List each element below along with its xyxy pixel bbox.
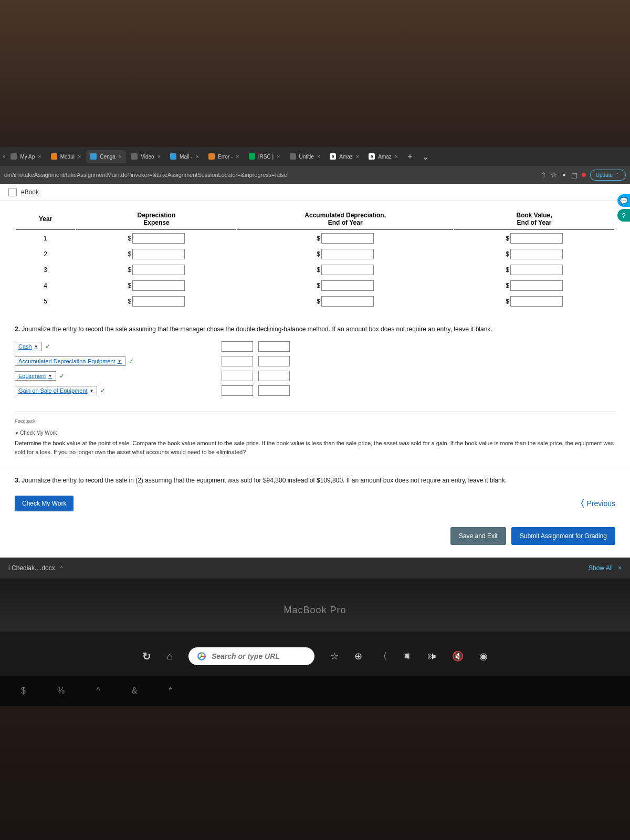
journal-row: Accumulated Depreciation-Equipment▼ ✓: [15, 355, 615, 368]
check-icon: ✓: [129, 358, 134, 365]
dock-area: ↻ ⌂ ☆ ⊕ 〈 ✺ 🕪 🔇 ◉: [0, 632, 630, 676]
new-tab-button[interactable]: +: [403, 152, 416, 161]
search-box[interactable]: [188, 647, 314, 665]
browser-tab[interactable]: aAmaz×: [326, 150, 363, 163]
browser-tab[interactable]: Error -×: [204, 150, 244, 163]
journal-row: Equipment▼ ✓: [15, 370, 615, 382]
volume-icon[interactable]: 🕪: [427, 651, 436, 662]
browser-tab-strip: × My Ap× Modul× Cenga× Video× Mail -× Er…: [0, 147, 630, 166]
year-cell: 5: [16, 294, 75, 309]
extension-icon[interactable]: ✦: [561, 171, 567, 179]
url-text[interactable]: om/ilrn/takeAssignment/takeAssignmentMai…: [4, 172, 537, 178]
browser-tab[interactable]: Untitle×: [286, 150, 325, 163]
close-icon[interactable]: ×: [196, 153, 199, 160]
close-icon[interactable]: ×: [277, 153, 280, 160]
keyboard-row: $ % ^ & *: [0, 676, 630, 706]
chevron-down-icon: ▼: [48, 374, 52, 379]
close-icon[interactable]: ×: [38, 153, 41, 160]
close-icon[interactable]: ×: [618, 564, 622, 572]
accumulated-input[interactable]: [321, 265, 374, 275]
window-icon[interactable]: ▢: [571, 171, 578, 179]
close-icon[interactable]: ×: [356, 153, 359, 160]
year-cell: 4: [16, 278, 75, 293]
depreciation-input[interactable]: [132, 249, 185, 259]
col-depreciation: DepreciationExpense: [76, 208, 236, 230]
browser-tab[interactable]: Cenga×: [86, 150, 126, 163]
browser-tab[interactable]: My Ap×: [6, 150, 45, 163]
home-icon[interactable]: ⌂: [167, 651, 173, 662]
url-bar: om/ilrn/takeAssignment/takeAssignmentMai…: [0, 166, 630, 184]
google-icon: [197, 652, 206, 661]
close-icon[interactable]: ×: [119, 153, 122, 160]
account-select[interactable]: Equipment▼: [15, 371, 56, 381]
search-input[interactable]: [212, 652, 306, 660]
accumulated-input[interactable]: [321, 233, 374, 244]
star-icon[interactable]: ☆: [330, 650, 339, 662]
accumulated-input[interactable]: [321, 249, 374, 259]
star-icon[interactable]: ☆: [551, 171, 557, 179]
book-value-input[interactable]: [510, 233, 563, 244]
close-icon[interactable]: ×: [395, 153, 398, 160]
chevron-down-icon: ▼: [34, 344, 38, 349]
browser-tab[interactable]: Video×: [127, 150, 165, 163]
browser-tab[interactable]: Mail -×: [166, 150, 203, 163]
account-select[interactable]: Cash▼: [15, 342, 42, 351]
chevron-left-icon: 〈: [575, 497, 585, 510]
account-select[interactable]: Accumulated Depreciation-Equipment▼: [15, 356, 125, 366]
debit-input[interactable]: [222, 356, 253, 366]
credit-input[interactable]: [258, 356, 290, 366]
depreciation-input[interactable]: [132, 296, 185, 307]
account-select[interactable]: Gain on Sale of Equipment▼: [15, 386, 97, 395]
help-chat-icon[interactable]: 💬: [617, 194, 630, 207]
mute-icon[interactable]: 🔇: [452, 650, 464, 662]
back-icon[interactable]: 〈: [378, 650, 387, 663]
col-book-value: Book Value,End of Year: [454, 208, 614, 230]
siri-icon[interactable]: ◉: [479, 650, 488, 662]
close-icon[interactable]: ×: [2, 153, 5, 160]
book-value-input[interactable]: [510, 249, 563, 259]
book-value-input[interactable]: [510, 296, 563, 307]
table-row: 2 $ $ $: [16, 247, 614, 261]
debit-input[interactable]: [222, 341, 253, 352]
close-icon[interactable]: ×: [236, 153, 239, 160]
journal-entry-section: Cash▼ ✓ Accumulated Depreciation-Equipme…: [0, 338, 630, 407]
credit-input[interactable]: [258, 341, 290, 352]
tab-list-chevron-icon[interactable]: ⌄: [418, 152, 433, 162]
accumulated-input[interactable]: [321, 280, 374, 291]
record-icon[interactable]: [582, 173, 586, 177]
browser-tab[interactable]: aAmaz×: [364, 150, 402, 163]
browser-tab[interactable]: IRSC |×: [245, 150, 285, 163]
debit-input[interactable]: [222, 371, 253, 381]
depreciation-input[interactable]: [132, 233, 185, 244]
depreciation-input[interactable]: [132, 280, 185, 291]
show-all-downloads[interactable]: Show All ×: [589, 564, 622, 572]
help-question-icon[interactable]: ?: [617, 209, 630, 222]
debit-input[interactable]: [222, 385, 253, 396]
share-icon[interactable]: ⇧: [541, 171, 547, 179]
close-icon[interactable]: ×: [78, 153, 81, 160]
close-icon[interactable]: ×: [317, 153, 320, 160]
save-and-exit-button[interactable]: Save and Exit: [450, 527, 506, 545]
book-value-input[interactable]: [510, 265, 563, 275]
check-my-work-button[interactable]: Check My Work: [15, 496, 74, 511]
brightness-icon[interactable]: ✺: [403, 650, 411, 662]
ebook-link[interactable]: eBook: [21, 188, 39, 196]
feedback-section: Feedback Check My Work Determine the boo…: [15, 412, 615, 463]
table-row: 1 $ $ $: [16, 231, 614, 246]
update-button[interactable]: Update ⋮: [590, 170, 626, 181]
credit-input[interactable]: [258, 371, 290, 381]
browser-tab[interactable]: Modul×: [47, 150, 86, 163]
close-icon[interactable]: ×: [158, 153, 161, 160]
add-icon[interactable]: ⊕: [354, 650, 362, 662]
check-my-work-toggle[interactable]: Check My Work: [15, 430, 615, 436]
book-value-input[interactable]: [510, 280, 563, 291]
previous-button[interactable]: 〈 Previous: [575, 497, 615, 510]
table-row: 5 $ $ $: [16, 294, 614, 309]
accumulated-input[interactable]: [321, 296, 374, 307]
download-item[interactable]: i Chediak....docx ⌃: [8, 564, 64, 572]
depreciation-input[interactable]: [132, 265, 185, 275]
credit-input[interactable]: [258, 385, 290, 396]
ebook-icon[interactable]: [8, 188, 17, 196]
reload-icon[interactable]: ↻: [142, 650, 151, 663]
submit-assignment-button[interactable]: Submit Assignment for Grading: [511, 527, 615, 545]
